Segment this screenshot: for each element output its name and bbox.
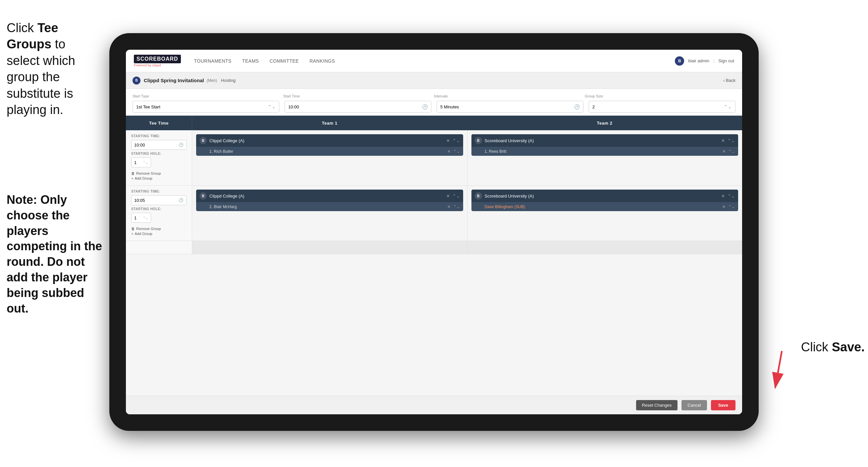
starting-time-value-1: 10:00 — [134, 143, 145, 147]
intervals-spinner: 🕐 — [574, 104, 580, 109]
user-avatar: B — [675, 56, 684, 66]
team-name-2-2[interactable]: Scoreboard University (A) — [485, 194, 721, 199]
team-remove-icon-2-1[interactable]: ✕ — [446, 194, 450, 199]
team-slot-3-2 — [467, 241, 742, 254]
start-type-group: 1st Tee Start ⌃⌄ — [132, 101, 279, 113]
teams-area-1: B Clippd College (A) ✕ ⌃⌄ 1. Rich Butler — [192, 130, 742, 185]
save-button[interactable]: Save — [711, 400, 736, 410]
starting-hole-value-1: 1 — [134, 160, 136, 165]
header-tee-time: Tee Time — [126, 116, 192, 130]
breadcrumb-title: Clippd Spring Invitational — [144, 78, 204, 83]
team-name-1-2[interactable]: Scoreboard University (A) — [485, 138, 721, 143]
start-type-label: Start Type — [132, 94, 283, 98]
player-expand-icon-1-2-1[interactable]: ⌃⌄ — [728, 149, 735, 154]
player-actions-1-2-1: ✕ ⌃⌄ — [722, 149, 735, 154]
remove-group-btn-2[interactable]: 🗑 Remove Group — [131, 227, 187, 231]
cancel-button[interactable]: Cancel — [681, 400, 707, 410]
breadcrumb-icon: B — [132, 77, 141, 85]
team-remove-icon-1-1[interactable]: ✕ — [446, 138, 450, 143]
starting-time-input-2[interactable]: 10:05 🕐 — [131, 195, 187, 205]
team-remove-icon-2-2[interactable]: ✕ — [721, 194, 725, 199]
start-time-input[interactable]: 10:00 🕐 — [285, 101, 431, 113]
player-row-1-2-1: 1. Rees Britt ✕ ⌃⌄ — [471, 147, 739, 156]
add-group-btn-2[interactable]: + Add Group — [131, 232, 187, 236]
starting-time-value-2: 10:05 — [134, 198, 145, 203]
team-expand-icon-1-1[interactable]: ⌃⌄ — [453, 138, 460, 143]
team-slot-2-1: B Clippd College (A) ✕ ⌃⌄ 2. Blair McHar… — [192, 185, 467, 241]
tee-time-cell-3 — [126, 241, 192, 254]
starting-hole-value-2: 1 — [134, 215, 136, 221]
team-expand-icon-1-2[interactable]: ⌃⌄ — [727, 138, 735, 143]
add-group-btn-1[interactable]: + Add Group — [131, 176, 187, 180]
user-name: blair admin — [688, 58, 709, 63]
tablet-screen: SCOREBOARD Powered by clippd TOURNAMENTS… — [126, 50, 742, 414]
remove-icon-2: 🗑 — [131, 227, 135, 231]
player-expand-icon-2-1-1[interactable]: ⌃⌄ — [453, 204, 460, 209]
remove-icon-1: 🗑 — [131, 171, 135, 175]
team-card-actions-1-2: ✕ ⌃⌄ — [721, 138, 735, 143]
sign-out-link[interactable]: Sign out — [718, 58, 734, 63]
tee-actions-2: 🗑 Remove Group + Add Group — [131, 227, 187, 237]
team-card-header-1-1: B Clippd College (A) ✕ ⌃⌄ — [196, 134, 463, 147]
starting-hole-input-1[interactable]: 1 ⌃⌄ — [131, 157, 151, 167]
instruction-tee-groups: Click Tee Groups to select which group t… — [0, 20, 103, 118]
logo-sub: Powered by clippd — [134, 64, 181, 67]
settings-labels: Start Type Start Time Intervals Group Si… — [132, 94, 736, 98]
start-type-input[interactable]: 1st Tee Start ⌃⌄ — [132, 101, 279, 113]
add-icon-1: + — [131, 176, 133, 180]
teams-area-2: B Clippd College (A) ✕ ⌃⌄ 2. Blair McHar… — [192, 185, 742, 241]
remove-group-label-2: Remove Group — [136, 227, 161, 231]
team-card-2-1: B Clippd College (A) ✕ ⌃⌄ 2. Blair McHar… — [196, 189, 463, 211]
tee-time-cell-2: STARTING TIME: 10:05 🕐 STARTING HOLE: 1 … — [126, 185, 192, 241]
team-name-2-1[interactable]: Clippd College (A) — [209, 194, 446, 199]
team-expand-icon-2-2[interactable]: ⌃⌄ — [727, 194, 735, 199]
save-bold-label: Save. — [832, 340, 865, 354]
nav-rankings[interactable]: RANKINGS — [309, 58, 335, 64]
player-actions-1-1-1: ✕ ⌃⌄ — [447, 149, 460, 154]
reset-changes-button[interactable]: Reset Changes — [636, 400, 678, 410]
breadcrumb-back[interactable]: ‹ Back — [723, 78, 736, 83]
separator: | — [713, 58, 714, 63]
remove-group-btn-1[interactable]: 🗑 Remove Group — [131, 171, 187, 175]
group-size-input[interactable]: 2 ⌃⌄ — [589, 101, 736, 113]
breadcrumb-hosting: Hosting — [221, 78, 236, 83]
header-team2: Team 2 — [467, 116, 742, 130]
instruction-note: Note: Only choose the players competing … — [0, 192, 109, 316]
tablet-device: SCOREBOARD Powered by clippd TOURNAMENTS… — [109, 33, 759, 431]
clock-icon: 🕐 — [422, 104, 428, 109]
nav-committee[interactable]: COMMITTEE — [270, 58, 299, 64]
team-slot-3-1 — [192, 241, 467, 254]
player-expand-icon-2-2-1[interactable]: ⌃⌄ — [728, 204, 735, 209]
player-actions-2-2-1: ✕ ⌃⌄ — [722, 204, 735, 209]
player-row-2-1-1: 2. Blair McHarg ✕ ⌃⌄ — [196, 202, 463, 211]
player-remove-icon-1-1-1[interactable]: ✕ — [447, 149, 451, 154]
start-type-spinner: ⌃⌄ — [268, 104, 276, 109]
schedule-container: Tee Time Team 1 Team 2 STARTING TIME: 10… — [126, 116, 742, 396]
nav-teams[interactable]: TEAMS — [242, 58, 259, 64]
nav-tournaments[interactable]: TOURNAMENTS — [194, 58, 231, 64]
intervals-input[interactable]: 5 Minutes 🕐 — [437, 101, 583, 113]
player-actions-2-1-1: ✕ ⌃⌄ — [447, 204, 460, 209]
team-expand-icon-2-1[interactable]: ⌃⌄ — [453, 194, 460, 199]
breadcrumb-bar: B Clippd Spring Invitational (Men) Hosti… — [126, 72, 742, 89]
team-card-header-1-2: B Scoreboard University (A) ✕ ⌃⌄ — [471, 134, 739, 147]
starting-time-label-2: STARTING TIME: — [131, 189, 187, 193]
team-card-header-2-1: B Clippd College (A) ✕ ⌃⌄ — [196, 189, 463, 202]
player-remove-icon-1-2-1[interactable]: ✕ — [722, 149, 725, 154]
team-remove-icon-1-2[interactable]: ✕ — [721, 138, 725, 143]
logo-area: SCOREBOARD Powered by clippd — [134, 55, 181, 67]
starting-hole-input-2[interactable]: 1 ⌃⌄ — [131, 213, 151, 223]
player-remove-icon-2-1-1[interactable]: ✕ — [447, 204, 451, 209]
team-name-1-1[interactable]: Clippd College (A) — [209, 138, 446, 143]
player-name-2-1-1: 2. Blair McHarg — [209, 204, 237, 209]
team-icon-1-2: B — [475, 137, 482, 144]
start-time-group: 10:00 🕐 — [285, 101, 431, 113]
player-expand-icon-1-1-1[interactable]: ⌃⌄ — [453, 149, 460, 154]
note-label: Note: Only choose the players competing … — [7, 193, 102, 315]
intervals-group: 5 Minutes 🕐 — [437, 101, 583, 113]
player-remove-icon-2-2-1[interactable]: ✕ — [722, 204, 725, 209]
team-slot-1-1: B Clippd College (A) ✕ ⌃⌄ 1. Rich Butler — [192, 130, 467, 185]
starting-time-input-1[interactable]: 10:00 🕐 — [131, 140, 187, 150]
group-size-group: 2 ⌃⌄ — [589, 101, 736, 113]
player-name-1-1-1: 1. Rich Butler — [209, 149, 233, 154]
